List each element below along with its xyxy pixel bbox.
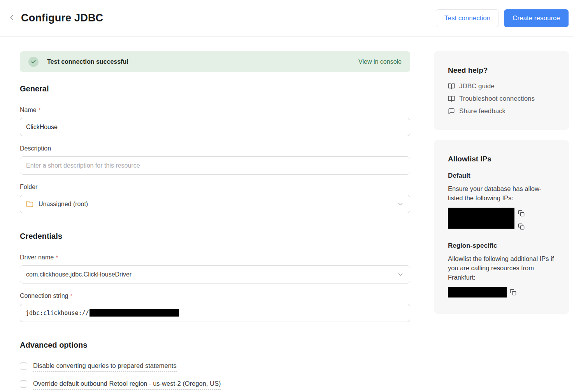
allowlist-region-text: Allowlist the following additional IPs i… <box>448 254 555 282</box>
chevron-down-icon <box>397 201 404 208</box>
test-connection-button[interactable]: Test connection <box>436 9 499 27</box>
prepared-statements-label: Disable converting queries to prepared s… <box>33 362 177 372</box>
banner-message: Test connection successful <box>47 58 128 65</box>
name-label: Name * <box>20 107 410 114</box>
folder-icon <box>26 200 33 208</box>
copy-ip-button[interactable] <box>510 289 516 297</box>
troubleshoot-connections-link[interactable]: Troubleshoot connections <box>448 95 555 103</box>
page-header: Configure JDBC Test connection Create re… <box>0 0 574 37</box>
folder-field-group: Folder Unassigned (root) <box>20 184 410 213</box>
advanced-options-heading: Advanced options <box>20 341 410 350</box>
required-asterisk: * <box>56 254 58 261</box>
connection-string-label: Connection string * <box>20 292 410 299</box>
description-input[interactable] <box>20 156 410 175</box>
connection-string-field-group: Connection string * jdbc:clickhouse:// <box>20 292 410 322</box>
allowlist-ips-card: Allowlist IPs Default Ensure your databa… <box>434 140 569 314</box>
prepared-statements-checkbox[interactable] <box>20 362 27 370</box>
default-ips-block <box>448 208 555 231</box>
driver-value: com.clickhouse.jdbc.ClickHouseDriver <box>26 271 132 278</box>
copy-ip-button[interactable] <box>518 223 525 231</box>
redacted-region-ips <box>448 287 507 298</box>
override-region-label: Override default outbound Retool region … <box>33 380 221 390</box>
required-asterisk: * <box>39 107 41 113</box>
driver-field-group: Driver name * com.clickhouse.jdbc.ClickH… <box>20 254 410 284</box>
chevron-down-icon <box>397 271 404 278</box>
general-heading: General <box>20 84 410 93</box>
description-label: Description <box>20 145 410 152</box>
page-title: Configure JDBC <box>21 12 103 24</box>
copy-buttons <box>518 208 525 231</box>
side-column: Need help? JDBC guide Troubleshoot conne… <box>434 51 569 390</box>
check-circle-icon <box>28 57 39 67</box>
jdbc-guide-link[interactable]: JDBC guide <box>448 82 555 90</box>
connection-string-value: jdbc:clickhouse:// <box>26 310 89 317</box>
required-asterisk: * <box>70 292 73 299</box>
form-column: Test connection successful View in conso… <box>20 51 410 390</box>
allowlist-region-heading: Region-specific <box>448 242 555 250</box>
override-region-option-row: Override default outbound Retool region … <box>20 380 410 390</box>
share-feedback-link[interactable]: Share feedback <box>448 107 555 115</box>
override-region-checkbox[interactable] <box>20 380 27 388</box>
allowlist-heading: Allowlist IPs <box>448 155 555 163</box>
folder-label: Folder <box>20 184 410 191</box>
driver-label: Driver name * <box>20 254 410 261</box>
create-resource-button[interactable]: Create resource <box>504 9 569 27</box>
page-content: Test connection successful View in conso… <box>0 37 574 390</box>
copy-ip-button[interactable] <box>518 210 525 218</box>
back-button[interactable] <box>6 13 17 24</box>
book-icon <box>448 83 455 90</box>
success-banner: Test connection successful View in conso… <box>20 51 410 72</box>
name-input[interactable] <box>20 118 410 136</box>
chevron-left-icon <box>7 13 16 23</box>
view-in-console-link[interactable]: View in console <box>358 58 402 65</box>
book-icon <box>448 95 455 102</box>
redacted-default-ips <box>448 208 514 229</box>
copy-icon <box>518 210 525 218</box>
prepared-statements-option-row: Disable converting queries to prepared s… <box>20 362 410 372</box>
driver-select[interactable]: com.clickhouse.jdbc.ClickHouseDriver <box>20 265 410 284</box>
need-help-heading: Need help? <box>448 66 555 75</box>
need-help-card: Need help? JDBC guide Troubleshoot conne… <box>434 51 569 130</box>
region-ips-block <box>448 287 555 298</box>
copy-icon <box>510 289 516 297</box>
allowlist-default-text: Ensure your database has allow-listed th… <box>448 184 555 203</box>
folder-value: Unassigned (root) <box>39 201 88 208</box>
copy-icon <box>518 223 525 231</box>
name-field-group: Name * <box>20 107 410 136</box>
description-field-group: Description <box>20 145 410 175</box>
credentials-heading: Credentials <box>20 232 410 241</box>
redacted-connection-value <box>90 309 179 317</box>
help-links: JDBC guide Troubleshoot connections Shar… <box>448 82 555 115</box>
chat-icon <box>448 108 455 115</box>
header-actions: Test connection Create resource <box>436 9 569 27</box>
connection-string-input[interactable]: jdbc:clickhouse:// <box>20 304 410 322</box>
allowlist-default-heading: Default <box>448 172 555 180</box>
folder-select[interactable]: Unassigned (root) <box>20 195 410 213</box>
